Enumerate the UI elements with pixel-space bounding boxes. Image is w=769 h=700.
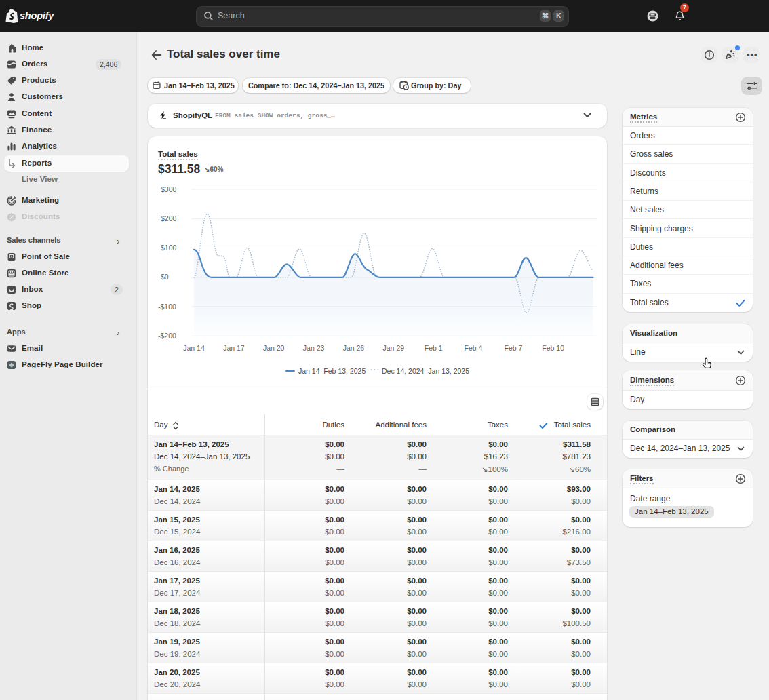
svg-text:$300: $300 bbox=[161, 185, 177, 193]
svg-text:$0: $0 bbox=[161, 273, 169, 281]
svg-text:Feb 4: Feb 4 bbox=[465, 344, 483, 352]
svg-text:Feb 10: Feb 10 bbox=[542, 344, 564, 352]
svg-text:Jan 23: Jan 23 bbox=[303, 344, 325, 352]
svg-text:Jan 20: Jan 20 bbox=[263, 344, 285, 352]
svg-text:Jan 14: Jan 14 bbox=[183, 344, 205, 352]
svg-text:-$200: -$200 bbox=[158, 332, 176, 340]
svg-text:$100: $100 bbox=[161, 244, 177, 252]
svg-text:Jan 17: Jan 17 bbox=[223, 344, 245, 352]
svg-text:Jan 29: Jan 29 bbox=[383, 344, 405, 352]
svg-text:$200: $200 bbox=[161, 214, 177, 222]
svg-text:Feb 1: Feb 1 bbox=[425, 344, 443, 352]
svg-text:Jan 26: Jan 26 bbox=[343, 344, 365, 352]
svg-text:Feb 7: Feb 7 bbox=[504, 344, 522, 352]
svg-text:-$100: -$100 bbox=[158, 303, 176, 311]
